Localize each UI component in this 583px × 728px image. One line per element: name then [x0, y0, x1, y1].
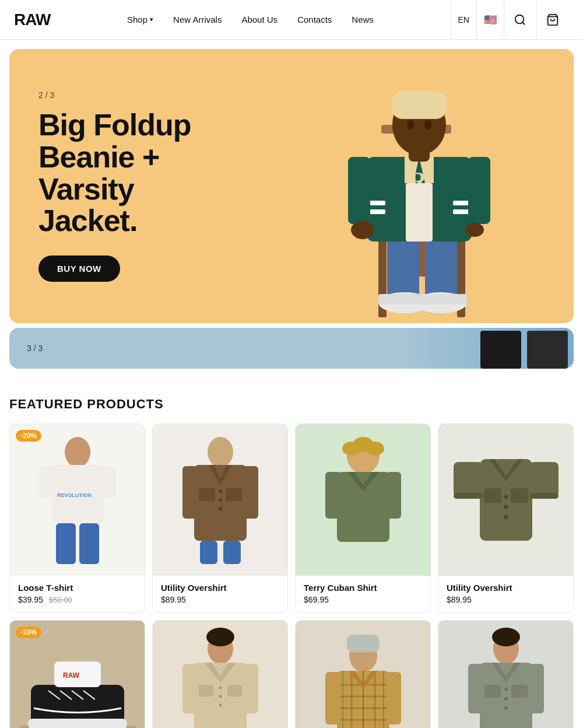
product-figure-8 — [468, 626, 544, 728]
svg-text:RAW: RAW — [63, 671, 80, 680]
product-image-4 — [438, 424, 573, 576]
svg-rect-66 — [511, 488, 528, 503]
svg-point-48 — [219, 507, 222, 510]
slide-counter: 2 / 3 — [38, 90, 225, 100]
svg-point-36 — [65, 437, 90, 467]
nav-new-arrivals[interactable]: New Arrivals — [165, 10, 230, 29]
product-price-4: $89.95 — [447, 595, 565, 604]
product-price-2: $89.95 — [161, 595, 279, 604]
svg-point-89 — [219, 704, 222, 707]
svg-rect-61 — [325, 472, 340, 519]
svg-rect-91 — [227, 685, 242, 696]
svg-point-68 — [504, 505, 508, 509]
svg-rect-34 — [480, 331, 521, 369]
product-figure-5: RAW — [19, 638, 136, 728]
hero-person-illustration: R — [265, 49, 545, 323]
header-actions: EN 🇺🇸 — [451, 0, 569, 40]
language-label: EN — [458, 15, 469, 24]
product-image-2 — [153, 424, 287, 576]
next-slide-figure — [410, 328, 574, 369]
svg-rect-42 — [100, 466, 115, 498]
svg-rect-93 — [244, 664, 258, 713]
product-figure-4 — [448, 442, 564, 558]
nav-shop[interactable]: Shop ▾ — [119, 10, 161, 29]
nav-contacts[interactable]: Contacts — [289, 10, 340, 29]
svg-rect-39 — [56, 523, 76, 564]
svg-rect-13 — [415, 294, 467, 304]
svg-point-0 — [515, 15, 524, 23]
product-figure-6 — [182, 626, 258, 728]
product-card-5[interactable]: -33% — [9, 620, 145, 728]
product-image-1: -20% REVOLUTION — [10, 424, 145, 576]
search-button[interactable] — [504, 0, 536, 40]
svg-point-43 — [208, 437, 233, 467]
nav-news[interactable]: News — [343, 10, 382, 29]
svg-point-30 — [424, 120, 431, 130]
cart-button[interactable] — [536, 0, 569, 40]
product-figure-1: REVOLUTION — [40, 430, 115, 570]
svg-rect-49 — [199, 488, 215, 501]
product-name-2: Utility Overshirt — [161, 583, 279, 593]
product-card-7[interactable]: Flannel Shirt $64.95 — [295, 620, 431, 728]
svg-rect-73 — [529, 493, 559, 499]
svg-rect-90 — [199, 685, 213, 696]
svg-point-114 — [492, 628, 520, 646]
svg-rect-70 — [454, 462, 483, 497]
cart-icon — [546, 13, 559, 26]
logo[interactable]: RAW — [14, 10, 50, 29]
main-nav: Shop ▾ New Arrivals About Us Contacts Ne… — [119, 10, 382, 29]
shop-chevron-icon: ▾ — [150, 16, 153, 23]
svg-rect-21 — [348, 157, 370, 224]
product-card-4[interactable]: Utility Overshirt $89.95 — [438, 424, 574, 613]
hero-slide-3-preview[interactable]: 3 / 3 — [9, 328, 574, 369]
svg-rect-54 — [223, 541, 241, 564]
product-card-3[interactable]: Terry Cuban Shirt $69.95 — [295, 424, 431, 613]
product-image-6 — [153, 621, 287, 728]
svg-rect-51 — [182, 466, 198, 519]
svg-rect-98 — [347, 635, 380, 652]
search-icon — [514, 13, 526, 26]
svg-rect-28 — [391, 91, 447, 119]
svg-point-32 — [465, 223, 484, 237]
language-selector[interactable]: EN — [451, 0, 476, 40]
product-figure-7 — [325, 626, 401, 728]
product-card-2[interactable]: Utility Overshirt $89.95 — [152, 424, 288, 613]
svg-rect-24 — [406, 183, 433, 242]
svg-point-58 — [366, 442, 384, 456]
svg-point-120 — [504, 697, 508, 701]
product-card-1[interactable]: -20% REVOLUTION Loose T-shirt $39.95 $50… — [9, 424, 145, 613]
product-image-7 — [296, 621, 430, 728]
flag-button[interactable]: 🇺🇸 — [476, 0, 504, 40]
svg-rect-52 — [243, 466, 258, 519]
product-info-4: Utility Overshirt $89.95 — [438, 576, 573, 612]
svg-rect-71 — [529, 462, 559, 497]
nav-about-us[interactable]: About Us — [233, 10, 286, 29]
svg-rect-92 — [182, 664, 197, 713]
svg-rect-53 — [200, 541, 217, 564]
svg-rect-117 — [484, 685, 501, 698]
svg-rect-123 — [529, 664, 544, 713]
product-original-price-1: $50.00 — [49, 596, 72, 604]
product-card-8[interactable]: Worker Jacket $99.95 — [438, 620, 574, 728]
product-badge-5: -33% — [16, 626, 41, 638]
product-figure-2 — [182, 430, 258, 570]
product-image-3 — [296, 424, 430, 576]
svg-rect-111 — [325, 672, 340, 724]
buy-now-button[interactable]: BUY NOW — [38, 256, 120, 282]
hero-section: 2 / 3 Big Foldup Beanie + Varsity Jacket… — [0, 40, 583, 373]
svg-rect-118 — [511, 685, 528, 698]
product-card-6[interactable]: Utility Overshirt $89.95 — [152, 620, 288, 728]
svg-text:REVOLUTION: REVOLUTION — [57, 492, 92, 498]
svg-rect-72 — [454, 493, 483, 499]
svg-rect-50 — [226, 488, 242, 501]
product-price-3: $69.95 — [304, 595, 422, 604]
product-image-5: -33% — [10, 621, 145, 728]
hero-content: 2 / 3 Big Foldup Beanie + Varsity Jacket… — [9, 67, 254, 304]
svg-point-67 — [504, 495, 508, 499]
featured-products-section: FEATURED PRODUCTS -20% REVOLUTION Loose … — [0, 373, 583, 728]
svg-point-29 — [407, 120, 414, 130]
svg-point-121 — [504, 706, 508, 710]
products-grid: -20% REVOLUTION Loose T-shirt $39.95 $50… — [9, 424, 574, 728]
product-info-3: Terry Cuban Shirt $69.95 — [296, 576, 430, 612]
svg-rect-59 — [337, 472, 389, 542]
